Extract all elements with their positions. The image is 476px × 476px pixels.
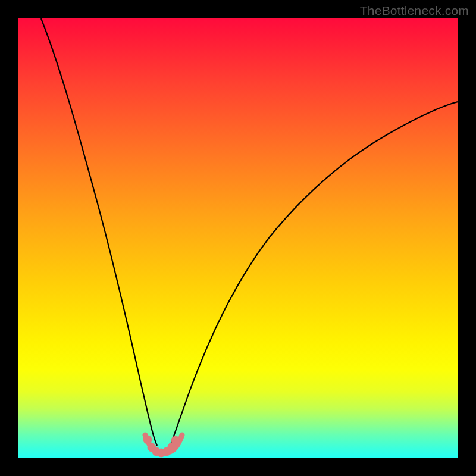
- valley-markers: [143, 436, 180, 457]
- curve-right-branch: [170, 102, 458, 446]
- svg-point-0: [143, 436, 152, 444]
- svg-point-6: [171, 436, 180, 444]
- chart-container: TheBottleneck.com: [0, 0, 476, 476]
- watermark-text: TheBottleneck.com: [360, 4, 469, 18]
- curve-left-branch: [41, 18, 157, 446]
- plot-area: [18, 18, 458, 458]
- curve-layer: [18, 18, 458, 458]
